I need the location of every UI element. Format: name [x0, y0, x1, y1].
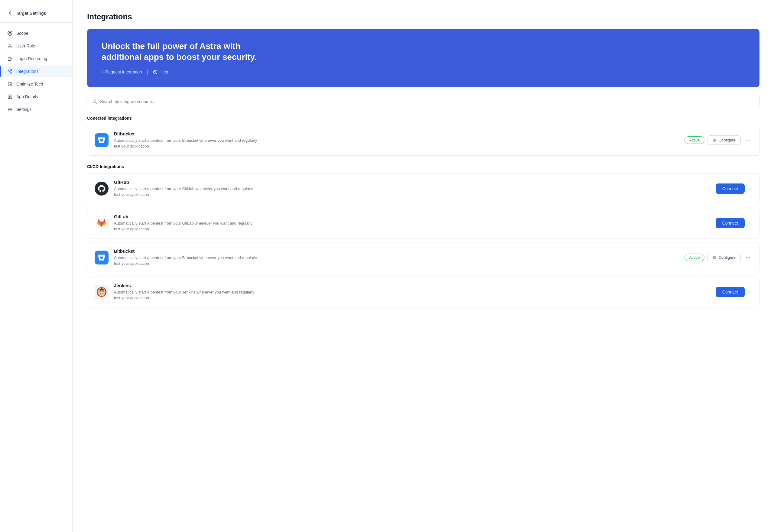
- hero-heading: Unlock the full power of Astra with addi…: [102, 41, 277, 63]
- app-details-icon: [7, 94, 13, 99]
- jenkins-logo: [95, 285, 109, 299]
- integration-actions: Connect ›: [716, 218, 752, 228]
- status-badge: Active: [685, 254, 704, 261]
- configure-label: Configure: [719, 138, 736, 142]
- scope-icon: [7, 31, 13, 36]
- ontimize-icon: [7, 81, 13, 87]
- svg-point-28: [102, 290, 104, 292]
- list-item: Bitbucket Automatically start a pentest …: [87, 125, 759, 156]
- integration-desc: Automatically start a pentest from your …: [114, 255, 259, 267]
- connect-button[interactable]: Connect: [716, 183, 745, 194]
- sidebar-item-scope[interactable]: Scope: [0, 28, 72, 39]
- search-bar: [87, 96, 759, 107]
- bitbucket-icon: [97, 253, 106, 262]
- help-button[interactable]: Help: [153, 70, 168, 74]
- status-badge: Active: [685, 136, 704, 144]
- sidebar-item-ontimize-tech[interactable]: Ontimize Tech: [0, 78, 72, 90]
- chevron-button[interactable]: ›: [748, 219, 752, 227]
- back-arrow-icon: [7, 10, 13, 16]
- gear-icon: [713, 138, 717, 142]
- integrations-icon: [7, 69, 13, 74]
- sidebar-item-app-details[interactable]: App Details: [0, 91, 72, 102]
- svg-point-18: [9, 109, 11, 110]
- cicd-integrations-label: CI/CD Integrations: [87, 164, 759, 169]
- configure-button[interactable]: Configure: [707, 253, 741, 262]
- more-button[interactable]: ···: [744, 253, 752, 262]
- svg-point-1: [9, 32, 11, 34]
- list-item: GitLab Automatically start a pentest fro…: [87, 208, 759, 238]
- back-label: Target Settings: [16, 11, 46, 16]
- login-recording-icon: [7, 56, 13, 61]
- svg-line-11: [9, 70, 11, 71]
- integration-name: Bitbucket: [114, 131, 679, 136]
- sidebar-label-settings: Settings: [16, 107, 32, 112]
- bitbucket-logo: [95, 133, 109, 147]
- sidebar-item-login-recording[interactable]: Login Recording: [0, 53, 72, 64]
- integration-name: GitLab: [114, 214, 710, 219]
- gitlab-logo: [95, 216, 109, 230]
- search-icon: [92, 99, 97, 104]
- integration-info: Jenkins Automatically start a pentest fr…: [114, 283, 710, 301]
- bitbucket-icon: [97, 136, 106, 144]
- list-item: Bitbucket Automatically start a pentest …: [87, 242, 759, 273]
- integration-actions: Connect ›: [716, 287, 752, 297]
- search-input[interactable]: [100, 99, 754, 104]
- sidebar-item-user-role[interactable]: User Role: [0, 40, 72, 52]
- svg-point-20: [155, 73, 155, 73]
- sidebar-label-scope: Scope: [16, 31, 28, 36]
- svg-point-6: [9, 44, 11, 46]
- back-button[interactable]: Target Settings: [0, 7, 72, 21]
- integration-info: GitHub Automatically start a pentest fro…: [114, 180, 710, 198]
- connected-integrations-section: Conected integrations Bitbucket Automati…: [87, 116, 759, 156]
- integration-info: GitLab Automatically start a pentest fro…: [114, 214, 710, 232]
- connected-integrations-label: Conected integrations: [87, 116, 759, 121]
- integration-name: GitHub: [114, 180, 710, 185]
- sidebar-label-integrations: Integrations: [16, 69, 38, 74]
- request-integration-button[interactable]: + Request integration: [102, 70, 142, 74]
- sidebar-item-settings[interactable]: Settings: [0, 104, 72, 115]
- svg-point-23: [714, 140, 715, 141]
- gitlab-icon: [97, 218, 106, 228]
- sidebar: Target Settings Scope User Role Login Re…: [0, 0, 73, 532]
- github-icon: [97, 184, 106, 193]
- svg-point-27: [99, 290, 101, 292]
- jenkins-icon: [96, 287, 107, 297]
- sidebar-divider: [0, 22, 72, 23]
- more-button[interactable]: ···: [744, 136, 752, 144]
- bitbucket-logo: [95, 251, 109, 264]
- chevron-button[interactable]: ›: [748, 184, 752, 193]
- list-item: GitHub Automatically start a pentest fro…: [87, 173, 759, 204]
- svg-point-9: [11, 69, 12, 71]
- svg-point-8: [8, 71, 9, 72]
- integration-name: Bitbucket: [114, 248, 679, 254]
- cicd-integrations-section: CI/CD Integrations GitHub Automatically …: [87, 164, 759, 307]
- help-label: Help: [159, 70, 168, 74]
- help-icon: [153, 70, 158, 74]
- svg-point-10: [11, 72, 12, 73]
- integration-info: Bitbucket Automatically start a pentest …: [114, 131, 679, 149]
- configure-button[interactable]: Configure: [707, 135, 741, 145]
- settings-icon: [7, 107, 13, 112]
- integration-name: Jenkins: [114, 283, 710, 288]
- connect-button[interactable]: Connect: [716, 287, 745, 297]
- integration-actions: Active Configure ···: [685, 253, 752, 262]
- svg-rect-29: [99, 289, 104, 290]
- integration-actions: Connect ›: [716, 183, 752, 194]
- svg-line-22: [96, 102, 96, 103]
- main-content: Integrations Unlock the full power of As…: [73, 0, 774, 532]
- connect-button[interactable]: Connect: [716, 218, 745, 228]
- hero-divider: |: [147, 69, 148, 75]
- hero-actions: + Request integration | Help: [102, 69, 745, 75]
- user-role-icon: [7, 43, 13, 49]
- integration-info: Bitbucket Automatically start a pentest …: [114, 248, 679, 267]
- integration-desc: Automatically start a pentest from your …: [114, 186, 259, 198]
- sidebar-item-integrations[interactable]: Integrations: [0, 66, 72, 77]
- chevron-button[interactable]: ›: [748, 287, 752, 296]
- hero-banner: Unlock the full power of Astra with addi…: [87, 29, 759, 87]
- sidebar-label-app-details: App Details: [16, 94, 38, 99]
- svg-point-21: [93, 100, 96, 103]
- sidebar-label-login-recording: Login Recording: [16, 56, 47, 61]
- github-logo: [95, 182, 109, 196]
- page-title: Integrations: [87, 12, 759, 21]
- integration-desc: Automatically start a pentest from your …: [114, 289, 259, 301]
